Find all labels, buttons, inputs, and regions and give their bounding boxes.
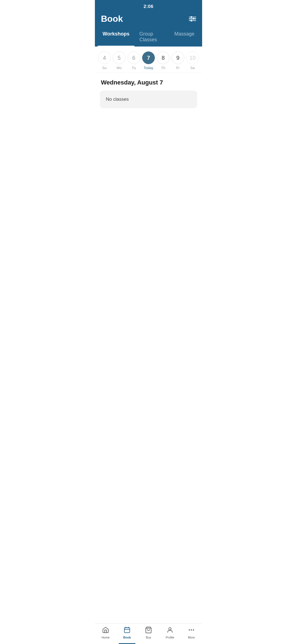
status-time: 2:06 bbox=[144, 4, 153, 9]
selected-date-heading: Wednesday, August 7 bbox=[95, 73, 202, 91]
day-number-10: 10 bbox=[186, 51, 199, 64]
day-label-9: Fr bbox=[176, 66, 180, 70]
day-4[interactable]: 4 Su bbox=[98, 51, 111, 70]
day-number-7: 7 bbox=[142, 51, 155, 64]
day-number-8: 8 bbox=[157, 51, 169, 64]
day-number-6: 6 bbox=[128, 51, 140, 64]
day-9[interactable]: 9 Fr bbox=[172, 51, 184, 70]
day-label-today: Today bbox=[144, 66, 153, 70]
tab-group-classes[interactable]: Group Classes bbox=[134, 28, 169, 47]
day-number-5: 5 bbox=[113, 51, 125, 64]
tab-bar: Workshops Group Classes Massage bbox=[95, 28, 202, 47]
day-label-6: Tu bbox=[132, 66, 136, 70]
calendar-strip: 4 Su 5 Mo 6 Tu 7 Today 8 Th 9 Fr 10 bbox=[95, 47, 202, 73]
day-10[interactable]: 10 Sa bbox=[186, 51, 199, 70]
content-area: No classes bbox=[95, 91, 202, 108]
day-8[interactable]: 8 Th bbox=[157, 51, 169, 70]
no-classes-text: No classes bbox=[106, 97, 129, 102]
day-label-8: Th bbox=[161, 66, 165, 70]
day-label-4: Su bbox=[102, 66, 107, 70]
filter-icon[interactable] bbox=[189, 17, 196, 21]
day-7-today[interactable]: 7 Today bbox=[142, 51, 155, 70]
status-bar: 2:06 bbox=[95, 0, 202, 11]
day-6[interactable]: 6 Tu bbox=[128, 51, 140, 70]
no-classes-card: No classes bbox=[100, 91, 197, 108]
day-number-4: 4 bbox=[98, 51, 111, 64]
day-5[interactable]: 5 Mo bbox=[113, 51, 125, 70]
day-number-9: 9 bbox=[172, 51, 184, 64]
header: Book bbox=[95, 11, 202, 28]
day-label-10: Sa bbox=[190, 66, 195, 70]
tab-massage[interactable]: Massage bbox=[169, 28, 199, 47]
page-title: Book bbox=[101, 14, 123, 24]
day-label-5: Mo bbox=[117, 66, 122, 70]
tab-workshops[interactable]: Workshops bbox=[98, 28, 134, 47]
